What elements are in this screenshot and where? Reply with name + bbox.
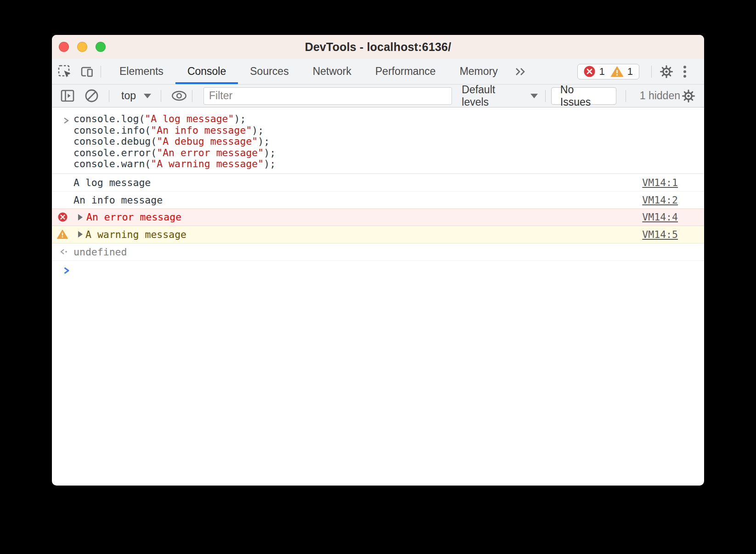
clear-console-button[interactable] [83,88,100,104]
clear-console-icon [85,89,99,103]
sidebar-panel-icon [61,90,74,102]
inspect-element-button[interactable] [56,62,74,81]
no-issues-button[interactable]: No Issues [551,87,616,105]
warning-count-icon [611,66,623,77]
console-message-log: A log message VM14:1 [52,174,704,191]
javascript-context-selector[interactable]: top [121,90,151,102]
divider [192,90,192,102]
panel-tabs: Elements Console Sources Network Perform… [107,59,510,84]
executed-command: console.log("A log message"); console.in… [52,107,704,174]
issues-badge[interactable]: 1 1 [577,64,640,79]
error-icon [57,212,68,223]
context-label: top [121,90,136,102]
divider [101,66,101,78]
double-chevron-right-icon [514,67,527,76]
tab-console[interactable]: Console [175,59,238,84]
divider [651,66,652,78]
warning-icon [57,229,68,240]
eye-icon [171,90,187,102]
source-link[interactable]: VM14:4 [642,211,678,223]
error-count: 1 [599,66,605,78]
tab-network[interactable]: Network [301,59,363,84]
customize-devtools-button[interactable] [676,66,694,78]
tabbar-right-cluster: 1 1 [577,59,705,84]
console-result-row: undefined [52,243,704,261]
console-toolbar: top Default levels No Issues 1 hidden [52,85,704,107]
divider [109,90,109,102]
close-window-button[interactable] [59,42,69,52]
zoom-window-button[interactable] [96,42,106,52]
minimize-window-button[interactable] [77,42,87,52]
expand-triangle-icon[interactable] [78,231,83,237]
return-value-icon [59,246,70,258]
divider [545,90,546,102]
divider [626,90,626,102]
hidden-messages-count: 1 hidden [640,90,680,102]
expand-triangle-icon[interactable] [78,214,83,220]
panel-tabbar: Elements Console Sources Network Perform… [52,59,704,85]
message-text: An info message [73,194,163,206]
kebab-menu-icon [683,66,686,68]
tab-memory[interactable]: Memory [448,59,510,84]
source-link[interactable]: VM14:2 [642,194,678,206]
warning-count: 1 [627,66,633,78]
settings-button[interactable] [657,62,676,81]
console-message-warning: A warning message VM14:5 [52,226,704,243]
create-live-expression-button[interactable] [171,88,187,104]
command-prompt-icon [63,115,70,127]
message-text: An error message [86,211,181,223]
chevron-down-icon [530,94,538,98]
device-toolbar-icon [79,64,95,79]
message-text: A log message [73,177,151,188]
divider [161,90,161,102]
titlebar: DevTools - localhost:6136/ [52,35,704,59]
more-tabs-button[interactable] [512,62,530,81]
console-message-info: An info message VM14:2 [52,191,704,209]
traffic-lights [59,42,106,52]
gear-icon [682,89,695,103]
source-link[interactable]: VM14:5 [642,229,678,240]
filter-input[interactable] [203,87,452,105]
source-link[interactable]: VM14:1 [642,177,678,188]
inspect-cursor-icon [57,64,72,79]
log-levels-dropdown[interactable]: Default levels [462,84,538,108]
console-log-area: console.log("A log message"); console.in… [52,107,704,281]
devtools-window: DevTools - localhost:6136/ Elements Cons… [52,35,704,486]
tab-elements[interactable]: Elements [107,59,175,84]
error-count-icon [584,66,595,77]
window-title: DevTools - localhost:6136/ [305,40,451,54]
message-text: A warning message [85,229,186,240]
show-console-sidebar-button[interactable] [59,88,76,104]
chevron-down-icon [144,94,151,98]
console-settings-button[interactable] [680,88,697,104]
result-value: undefined [73,246,127,258]
levels-label: Default levels [462,84,525,108]
tab-sources[interactable]: Sources [238,59,300,84]
console-message-error: An error message VM14:4 [52,209,704,226]
tab-performance[interactable]: Performance [363,59,448,84]
gear-icon [660,65,673,79]
console-input[interactable] [52,261,704,281]
toggle-device-toolbar-button[interactable] [78,62,96,81]
console-prompt-icon [63,266,70,277]
